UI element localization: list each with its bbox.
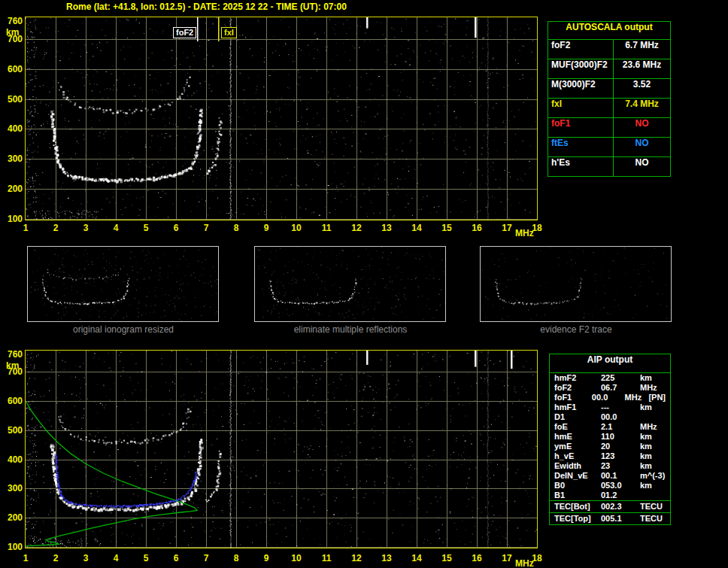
autoscala-table-rows: foF26.7 MHzMUF(3000)F223.6 MHzM(3000)F23… (548, 40, 670, 176)
aip-value: 00.0 (601, 412, 632, 422)
aip-name: foE (554, 422, 601, 432)
aip-value: --- (601, 402, 632, 412)
aip-name: B1 (554, 491, 601, 500)
aip-unit: m^(-3) (640, 471, 665, 481)
aip-name: Ewidth (554, 461, 601, 471)
x-tick-label: 3 (83, 553, 89, 563)
aip-value: 002.3 (601, 501, 632, 512)
y-tick-label: 300 (3, 153, 23, 164)
aip-name: foF1 (554, 393, 592, 402)
x-tick-label: 4 (114, 223, 119, 233)
aip-row: hmE110km (550, 432, 670, 442)
aip-name: hmF2 (554, 373, 601, 383)
aip-value: 2.1 (601, 422, 632, 432)
table-row: foF1NO (548, 118, 670, 138)
thumbnail-original-ionogram (27, 246, 219, 322)
aip-unit: km (640, 461, 652, 471)
x-tick-label: 12 (351, 223, 361, 233)
y-axis-unit-label: km (6, 360, 19, 371)
aip-output-table: AIP output hmF2225kmfoF206.7MHzfoF100.0M… (549, 354, 671, 525)
y-tick-label: 600 (3, 396, 23, 406)
x-tick-label: 3 (83, 223, 89, 233)
x-tick-label: 11 (322, 223, 332, 233)
aip-unit: km (640, 442, 652, 451)
x-tick-label: 6 (174, 553, 179, 563)
aip-row: Ewidth23km (550, 461, 670, 471)
table-row: h'EsNO (548, 157, 670, 176)
page-title: Rome (lat: +41.8, lon: 012.5) - DATE: 20… (66, 2, 347, 12)
aip-name: ymE (554, 442, 601, 451)
aip-unit: km (640, 432, 652, 442)
row-label: foF2 (548, 40, 614, 59)
aip-row: h_vE123km (550, 451, 670, 461)
row-label: h'Es (548, 157, 614, 176)
aip-unit: km (640, 451, 652, 461)
aip-unit: km (640, 402, 652, 412)
x-tick-label: 1 (23, 553, 29, 563)
aip-value: 00.0 (592, 393, 617, 402)
aip-row: B101.2 (550, 491, 670, 500)
x-tick-label: 17 (502, 553, 511, 563)
table-row: ftEsNO (548, 138, 670, 157)
y-tick-label: 500 (3, 94, 23, 105)
x-tick-label: 15 (441, 553, 451, 563)
table-row: fxI7.4 MHz (548, 99, 670, 118)
aip-name: B0 (554, 481, 601, 491)
row-label: foF1 (548, 118, 614, 137)
aip-row: B0053.0km (550, 481, 670, 491)
x-tick-label: 9 (264, 223, 269, 233)
aip-name: h_vE (554, 451, 601, 461)
aip-name: DelN_vE (554, 471, 601, 481)
aip-table-rows: hmF2225kmfoF206.7MHzfoF100.0MHz [PN]hmF1… (550, 373, 670, 524)
aip-value: 01.2 (601, 491, 632, 500)
y-tick-label: 600 (3, 64, 23, 74)
x-tick-label: 9 (264, 553, 269, 563)
x-tick-label: 11 (322, 553, 332, 563)
x-tick-label: 4 (114, 553, 119, 563)
row-value: NO (614, 157, 670, 176)
y-tick-label: 400 (3, 123, 23, 134)
aip-name: D1 (554, 412, 601, 422)
aip-row: D100.0 (550, 412, 670, 422)
x-tick-label: 14 (411, 553, 421, 563)
thumbnail-evidence-f2-trace (480, 246, 672, 322)
y-tick-label: 300 (3, 483, 23, 494)
aip-name: foF2 (554, 383, 601, 393)
y-axis-unit-label: km (6, 27, 19, 38)
y-tick-label: 100 (3, 214, 23, 224)
autoscala-table-header: AUTOSCALA output (548, 22, 670, 40)
autoscala-app: Rome (lat: +41.8, lon: 012.5) - DATE: 20… (0, 0, 728, 568)
y-tick-label: 400 (3, 454, 23, 465)
x-tick-label: 10 (291, 553, 301, 563)
x-tick-label: 17 (502, 223, 511, 233)
aip-row: TEC[Bot]002.3TECU (550, 500, 670, 512)
aip-row: foF100.0MHz [PN] (550, 393, 670, 402)
x-tick-label: 6 (174, 223, 179, 233)
aip-unit: MHz [PN] (625, 393, 666, 402)
row-value: 23.6 MHz (614, 59, 670, 78)
x-tick-label: 10 (291, 223, 301, 233)
aip-row: foE2.1MHz (550, 422, 670, 432)
aip-unit: km (640, 481, 652, 491)
aip-value: 053.0 (601, 481, 632, 491)
x-tick-label: 16 (472, 553, 481, 563)
table-row: M(3000)F23.52 (548, 79, 670, 99)
aip-name: hmE (554, 432, 601, 442)
y-tick-label: 760 (3, 349, 23, 360)
aip-unit: km (640, 373, 652, 383)
x-tick-label: 2 (53, 553, 59, 563)
x-tick-label: 2 (53, 223, 59, 233)
aip-value: 06.7 (601, 383, 632, 393)
row-value: NO (614, 138, 670, 156)
aip-unit: TECU (640, 501, 663, 512)
row-label: MUF(3000)F2 (548, 59, 614, 78)
x-tick-label: 5 (144, 553, 149, 563)
aip-table-header: AIP output (550, 354, 670, 373)
aip-value: 123 (601, 451, 632, 461)
thumbnail-caption: original ionogram resized (73, 324, 174, 335)
row-label: fxI (548, 99, 614, 117)
aip-row: foF206.7MHz (550, 383, 670, 393)
autoscala-output-table: AUTOSCALA output foF26.7 MHzMUF(3000)F22… (548, 21, 671, 177)
row-label: M(3000)F2 (548, 79, 614, 98)
y-tick-label: 760 (3, 16, 23, 26)
